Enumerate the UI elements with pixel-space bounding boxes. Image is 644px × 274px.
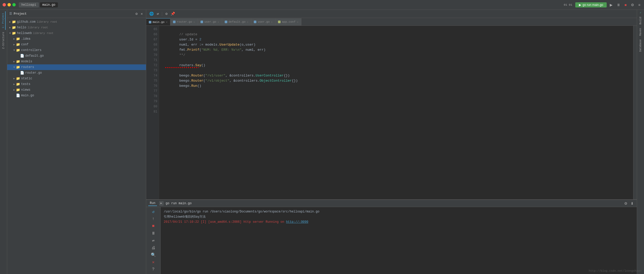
tab-close-router-go[interactable]: ✕ <box>193 20 195 24</box>
titlebar-file-tab[interactable]: main.go <box>40 2 58 7</box>
tree-arrow[interactable]: ▶ <box>12 37 16 40</box>
tree-arrow[interactable]: ▶ <box>8 26 12 29</box>
tab-close-user-go-1[interactable]: ✕ <box>217 20 219 24</box>
code-line-67: user.Id = 2 <box>163 37 633 42</box>
titlebar-file-label: main.go <box>42 3 55 7</box>
settings-button[interactable]: ≡ <box>637 2 641 7</box>
tree-arrow[interactable]: ▼ <box>12 49 16 52</box>
bottom-content: ↺ ↑ ■ ⏸ ⇌ 🖨 🔍 ✕ ? /usr/local/go/bin/go r… <box>146 207 637 274</box>
terminal-link[interactable]: http://:9090 <box>286 220 308 224</box>
run-button[interactable]: ▶ go run main.go <box>575 2 607 7</box>
tab-label-default-go: default.go <box>229 20 246 23</box>
structure-strip-label[interactable]: Z-Structure <box>2 30 5 50</box>
split-icon[interactable]: ⇄ <box>156 11 160 16</box>
pause-icon[interactable]: ⏸ <box>149 230 158 236</box>
tree-item-conf[interactable]: ▶📁conf <box>7 42 146 47</box>
tab-default-go[interactable]: default.go ✕ <box>222 18 251 25</box>
gear-icon[interactable]: ⚙ <box>164 11 168 16</box>
minimize-button[interactable] <box>7 3 11 6</box>
editor-tabs: main.go ✕ router.go ✕ user.go ✕ default.… <box>146 18 637 26</box>
titlebar: helloapi main.go 01 01 ▶ go run main.go … <box>0 0 644 10</box>
tree-item-idea[interactable]: ▶📁.idea <box>7 36 146 42</box>
print-icon[interactable]: 🖨 <box>149 245 158 251</box>
line-number-74: 74 <box>148 73 157 78</box>
tab-close-main-go[interactable]: ✕ <box>166 20 168 24</box>
code-line-80 <box>163 104 633 109</box>
tab-router-go[interactable]: router.go ✕ <box>170 18 198 25</box>
code-line-70: **/ <box>163 53 633 58</box>
globe-icon[interactable]: 🌐 <box>148 11 155 16</box>
line-number-78: 78 <box>148 94 157 99</box>
tree-arrow[interactable]: ▼ <box>12 66 16 69</box>
tree-arrow[interactable]: ▼ <box>8 32 12 35</box>
tree-item-routers[interactable]: ▼📁routers <box>7 64 146 70</box>
code-line-78 <box>163 94 633 99</box>
terminal-output-2: 2017/04/21 17:10:22 [I] [asm_amd64.s:208… <box>164 219 634 225</box>
tree-item-routergo[interactable]: 📄router.go <box>7 70 146 76</box>
tree-arrow[interactable]: ▶ <box>8 20 12 23</box>
tree-item-helloweb[interactable]: ▼📁helloweblibrary root <box>7 30 146 36</box>
panel-close-icon[interactable]: ✕ <box>140 11 144 16</box>
clear-icon[interactable]: ✕ <box>149 259 158 265</box>
scroll-down-icon[interactable]: ⬇ <box>630 201 635 206</box>
settings-icon[interactable]: ⚙ <box>623 201 629 206</box>
help-icon[interactable]: ? <box>149 266 158 272</box>
tree-arrow[interactable]: ▶ <box>12 88 16 91</box>
tab-close-user-go-2[interactable]: ✕ <box>271 20 273 24</box>
tree-arrow[interactable]: ▶ <box>12 60 16 63</box>
build-strip-label[interactable]: Build <box>639 15 642 26</box>
maximize-button[interactable] <box>12 3 16 6</box>
debug-button[interactable]: ⏸ <box>616 2 621 7</box>
tree-item-hello[interactable]: ▶📁hellolibrary root <box>7 25 146 30</box>
tree-item-label: router.go <box>25 71 42 75</box>
line-number-72: 72 <box>148 63 157 68</box>
restart-icon[interactable]: ↺ <box>149 209 158 215</box>
scroll-up-icon[interactable]: ↑ <box>149 216 158 222</box>
tab-close-app-conf[interactable]: ✕ <box>297 20 299 24</box>
bottom-panel: Run ▶ go run main.go ⚙ ⬇ ↺ ↑ ■ ⏸ ⇌ 🖨 🔍 ✕ <box>146 199 637 274</box>
folder-icon: 📁 <box>16 88 20 92</box>
tree-item-static[interactable]: ▶📁static <box>7 76 146 81</box>
run-tab[interactable]: Run <box>148 201 157 206</box>
titlebar-project-tab[interactable]: helloapi <box>19 2 39 7</box>
tree-item-tests[interactable]: ▶📁tests <box>7 81 146 87</box>
run-arrow-button[interactable]: ▶ <box>609 2 614 7</box>
code-line-69: fmt.Printf("NUM: %d, ERR: %v\n", num1, e… <box>163 47 633 53</box>
tree-item-defaultgo[interactable]: 📄default.go <box>7 53 146 59</box>
scroll-gutter[interactable] <box>633 26 637 199</box>
maven-strip-label[interactable]: Maven <box>639 27 642 37</box>
bottom-sidebar: ↺ ↑ ■ ⏸ ⇌ 🖨 🔍 ✕ ? <box>146 207 161 274</box>
tree-item-maingo[interactable]: 📄main.go <box>7 93 146 98</box>
tab-close-default-go[interactable]: ✕ <box>247 20 249 24</box>
folder-icon: 📁 <box>12 25 16 30</box>
line-number-80: 80 <box>148 104 157 109</box>
tree-item-views[interactable]: ▶📁views <box>7 87 146 93</box>
code-content[interactable]: // update user.Id = 2 num1, err := model… <box>159 26 633 199</box>
close-button[interactable] <box>3 3 6 6</box>
window-controls[interactable] <box>3 3 16 6</box>
tab-main-go[interactable]: main.go ✕ <box>146 18 170 25</box>
tree-item-githubcom[interactable]: ▶📁github.comlibrary root <box>7 19 146 25</box>
project-strip-label[interactable]: 1: Project <box>1 11 6 30</box>
build-button[interactable]: ⚙ <box>630 2 635 7</box>
filter-icon[interactable]: 🔍 <box>149 252 158 258</box>
line-number-68: 68 <box>148 42 157 47</box>
tree-item-label: controllers <box>21 48 41 52</box>
tree-item-controllers[interactable]: ▼📁controllers <box>7 47 146 53</box>
wrap-icon[interactable]: ⇌ <box>149 237 158 244</box>
panel-settings-icon[interactable]: ⚙ <box>134 11 138 16</box>
stop-button[interactable]: ■ <box>623 2 628 7</box>
folder-icon: 📁 <box>16 42 20 47</box>
tree-arrow[interactable]: ▶ <box>12 83 16 86</box>
tree-item-models[interactable]: ▶📁models <box>7 59 146 64</box>
tab-user-go-2[interactable]: user.go ✕ <box>251 18 275 25</box>
tab-user-go-1[interactable]: user.go ✕ <box>198 18 222 25</box>
tab-app-conf[interactable]: app.conf ✕ <box>275 18 301 25</box>
database-strip-label[interactable]: Database <box>639 38 642 53</box>
pin-icon[interactable]: 📌 <box>170 11 176 16</box>
stop-run-icon[interactable]: ■ <box>149 223 158 229</box>
tree-arrow[interactable]: ▶ <box>12 43 16 46</box>
tree-arrow[interactable]: ▶ <box>12 77 16 80</box>
folder-icon: 📁 <box>16 82 20 86</box>
code-line-76: beego.Run() <box>163 83 633 89</box>
